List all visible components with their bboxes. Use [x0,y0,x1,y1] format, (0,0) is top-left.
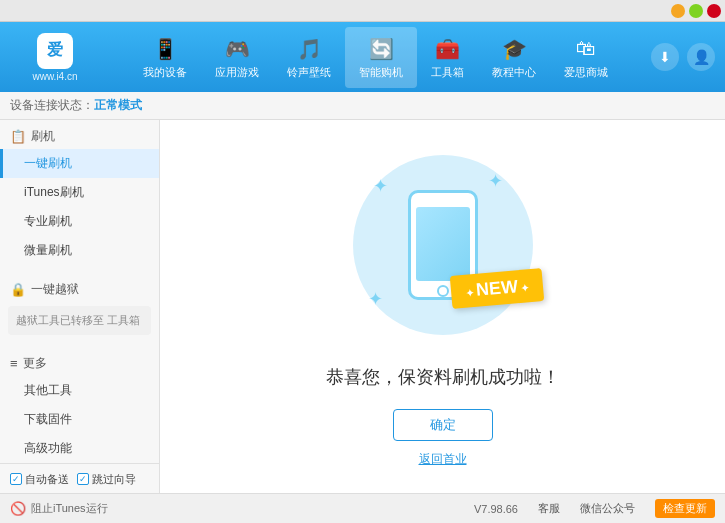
confirm-button[interactable]: 确定 [393,409,493,441]
sidebar-item-other-tools[interactable]: 其他工具 [0,376,159,405]
jailbreak-notice: 越狱工具已转移至 工具箱 [8,306,151,335]
return-link[interactable]: 返回首业 [419,451,467,468]
lock-icon: 🔒 [10,282,26,297]
success-message: 恭喜您，保资料刷机成功啦！ [326,365,560,389]
sparkle-tr: ✦ [488,170,503,192]
my-device-icon: 📱 [151,35,179,63]
maximize-button[interactable] [689,4,703,18]
skip-guide-label: 跳过向导 [92,472,136,487]
main-content: 📋 刷机 一键刷机 iTunes刷机 专业刷机 微量刷机 🔒 一键越狱 越狱工具… [0,120,725,493]
subheader-prefix: 设备连接状态： [10,97,94,114]
ringtones-icon: 🎵 [295,35,323,63]
user-button[interactable]: 👤 [687,43,715,71]
phone-screen [416,207,470,281]
block-itunes-text: 阻止iTunes运行 [31,501,108,516]
sparkle-bl: ✦ [368,288,383,310]
success-graphic: ✦ ✦ ✦ NEW [343,145,543,345]
sidebar-item-pro-flash[interactable]: 专业刷机 [0,207,159,236]
nav-bar: 📱 我的设备 🎮 应用游戏 🎵 铃声壁纸 🔄 智能购机 🧰 工具箱 🎓 教程中心… [100,27,651,88]
minimize-button[interactable] [671,4,685,18]
nav-apps-games[interactable]: 🎮 应用游戏 [201,27,273,88]
close-button[interactable] [707,4,721,18]
more-section-label: 更多 [23,355,47,372]
shop-label: 爱思商城 [564,65,608,80]
sidebar-item-retain-flash[interactable]: 微量刷机 [0,236,159,265]
sidebar-section-jailbreak: 🔒 一键越狱 [0,273,159,302]
version-text: V7.98.66 [474,503,518,515]
sidebar-item-itunes-flash[interactable]: iTunes刷机 [0,178,159,207]
skip-guide-checkbox[interactable]: ✓ 跳过向导 [77,472,136,487]
shop-icon: 🛍 [572,35,600,63]
titlebar [0,0,725,22]
checkbox-border-auto: ✓ [10,473,22,485]
nav-toolbox[interactable]: 🧰 工具箱 [417,27,478,88]
logo-icon: 爱 [37,33,73,69]
sidebar-item-download-firmware[interactable]: 下载固件 [0,405,159,434]
apps-games-icon: 🎮 [223,35,251,63]
sidebar-bottom: ✓ 自动备送 ✓ 跳过向导 📱 iPhone 12 mini 64GB Down… [0,463,159,494]
flash-section-icon: 📋 [10,129,26,144]
my-device-label: 我的设备 [143,65,187,80]
auto-back-checkbox[interactable]: ✓ 自动备送 [10,472,69,487]
phone-circle: ✦ ✦ ✦ NEW [353,155,533,335]
checkbox-check-skip: ✓ [79,474,87,484]
jailbreak-section-label: 一键越狱 [31,281,79,298]
sidebar: 📋 刷机 一键刷机 iTunes刷机 专业刷机 微量刷机 🔒 一键越狱 越狱工具… [0,120,160,493]
support-link[interactable]: 客服 [538,501,560,516]
footer-left: 🚫 阻止iTunes运行 [10,501,108,516]
logo-area: 爱 www.i4.cn [10,33,100,82]
header-right: ⬇ 👤 [651,43,715,71]
phone-home-button [437,285,449,297]
logo-domain: www.i4.cn [32,71,77,82]
subheader: 设备连接状态： 正常模式 [0,92,725,120]
update-button[interactable]: 检查更新 [655,499,715,518]
smart-shop-icon: 🔄 [367,35,395,63]
nav-ringtones[interactable]: 🎵 铃声壁纸 [273,27,345,88]
toolbox-icon: 🧰 [434,35,462,63]
more-section-icon: ≡ [10,356,18,371]
nav-shop[interactable]: 🛍 爱思商城 [550,27,622,88]
sidebar-section-flash: 📋 刷机 [0,120,159,149]
auto-back-label: 自动备送 [25,472,69,487]
apps-games-label: 应用游戏 [215,65,259,80]
main-panel: ✦ ✦ ✦ NEW 恭喜您，保资料刷机成功啦！ 确定 返回首业 [160,120,725,493]
header: 爱 www.i4.cn 📱 我的设备 🎮 应用游戏 🎵 铃声壁纸 🔄 智能购机 … [0,22,725,92]
flash-section-label: 刷机 [31,128,55,145]
tutorial-label: 教程中心 [492,65,536,80]
wechat-link[interactable]: 微信公众号 [580,501,635,516]
device-status: 正常模式 [94,97,142,114]
sidebar-section-more: ≡ 更多 [0,347,159,376]
download-button[interactable]: ⬇ [651,43,679,71]
smart-shop-label: 智能购机 [359,65,403,80]
nav-tutorial[interactable]: 🎓 教程中心 [478,27,550,88]
footer-right: V7.98.66 客服 微信公众号 检查更新 [474,499,715,518]
nav-smart-shop[interactable]: 🔄 智能购机 [345,27,417,88]
toolbox-label: 工具箱 [431,65,464,80]
sidebar-item-advanced[interactable]: 高级功能 [0,434,159,463]
tutorial-icon: 🎓 [500,35,528,63]
footer: 🚫 阻止iTunes运行 V7.98.66 客服 微信公众号 检查更新 [0,493,725,523]
checkbox-row: ✓ 自动备送 ✓ 跳过向导 [10,472,149,487]
checkbox-check-auto: ✓ [12,474,20,484]
sparkle-tl: ✦ [373,175,388,197]
block-itunes-icon: 🚫 [10,501,26,516]
checkbox-border-skip: ✓ [77,473,89,485]
nav-my-device[interactable]: 📱 我的设备 [129,27,201,88]
ringtones-label: 铃声壁纸 [287,65,331,80]
new-badge: NEW [449,268,544,309]
sidebar-item-one-click-flash[interactable]: 一键刷机 [0,149,159,178]
